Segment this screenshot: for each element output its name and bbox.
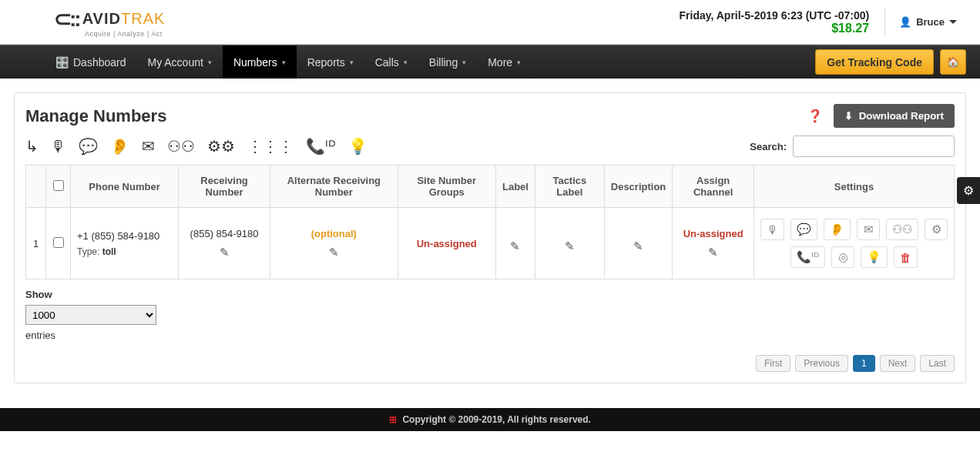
ear-whisper-icon[interactable]: 👂 — [110, 137, 129, 156]
datetime-block: Friday, April-5-2019 6:23 (UTC -07:00) $… — [680, 9, 870, 35]
nav-more[interactable]: More▾ — [477, 45, 532, 79]
cell-phone-number: +1 (855) 584-9180 Type: toll — [71, 208, 179, 279]
get-tracking-code-button[interactable]: Get Tracking Code — [815, 49, 934, 75]
balance-text: $18.27 — [680, 22, 870, 35]
caret-icon: ▾ — [517, 59, 521, 66]
col-assign-channel[interactable]: Assign Channel — [673, 166, 754, 208]
voicemail-icon[interactable]: ⚇⚇ — [886, 219, 918, 240]
forward-icon[interactable]: ↳ — [25, 137, 39, 156]
col-phone-number[interactable]: Phone Number — [71, 166, 179, 208]
unassigned-text: Un-assigned — [679, 228, 747, 239]
logo[interactable]: ⊂:: AVIDTRAK Acquire | Analyze | Act — [54, 6, 165, 38]
type-value: toll — [102, 246, 116, 257]
nav-billing-label: Billing — [429, 56, 458, 69]
caret-down-icon — [949, 20, 957, 24]
download-icon: ⬇ — [844, 110, 853, 122]
footer: ⊞ Copyright © 2009-2019, All rights rese… — [0, 408, 980, 431]
cell-receiving-number: (855) 854-9180 ✎ — [179, 208, 270, 279]
col-rownum — [26, 166, 46, 208]
download-report-button[interactable]: ⬇ Download Report — [834, 104, 955, 128]
user-menu[interactable]: 👤 Bruce — [884, 8, 957, 36]
page-next-button[interactable]: Next — [880, 355, 916, 372]
row-checkbox[interactable] — [53, 237, 64, 248]
cell-settings: 🎙 💬 👂 ✉ ⚇⚇ ⚙ 📞ᴵᴰ ◎ 💡 🗑 — [754, 208, 955, 279]
caller-id-icon[interactable]: 📞ᴵᴰ — [790, 246, 825, 268]
nav-dashboard[interactable]: 🎛️Dashboard — [45, 45, 137, 79]
caret-icon: ▾ — [462, 59, 466, 66]
dashboard-icon: 🎛️ — [55, 56, 69, 69]
nav-numbers[interactable]: Numbers▾ — [223, 45, 297, 79]
col-checkbox — [46, 166, 71, 208]
nav-billing[interactable]: Billing▾ — [418, 45, 477, 79]
delete-trash-icon[interactable]: 🗑 — [894, 246, 918, 268]
edit-icon[interactable]: ✎ — [633, 239, 643, 253]
home-icon-button[interactable]: 🏠 — [940, 49, 966, 75]
page-first-button[interactable]: First — [756, 355, 790, 372]
voicemail-icon[interactable]: ⚇⚇ — [167, 137, 195, 156]
nav-calls[interactable]: Calls▾ — [364, 45, 418, 79]
cell-assign-channel: Un-assigned ✎ — [673, 208, 754, 279]
col-settings[interactable]: Settings — [754, 166, 955, 208]
select-all-checkbox[interactable] — [53, 180, 64, 191]
user-name: Bruce — [916, 16, 945, 28]
target-icon[interactable]: ◎ — [831, 246, 854, 268]
caret-icon: ▾ — [404, 59, 408, 66]
folder-home-icon: 🏠 — [947, 56, 959, 68]
col-label[interactable]: Label — [495, 166, 535, 208]
bulb-icon[interactable]: 💡 — [861, 246, 888, 268]
logo-text-1: AVID — [82, 10, 121, 27]
entries-label: entries — [25, 330, 955, 341]
edit-icon[interactable]: ✎ — [220, 246, 230, 259]
logo-icon: ⊂:: — [54, 6, 79, 32]
ear-whisper-icon[interactable]: 👂 — [824, 219, 851, 240]
nav-my-account[interactable]: My Account▾ — [137, 45, 223, 79]
chat-icon[interactable]: 💬 — [79, 137, 98, 156]
caret-icon: ▾ — [350, 59, 354, 66]
mail-icon[interactable]: ✉ — [142, 137, 155, 156]
nav-dashboard-label: Dashboard — [73, 56, 126, 69]
gears-icon[interactable]: ⚙ — [925, 219, 948, 240]
col-site-groups[interactable]: Site Number Groups — [398, 166, 495, 208]
navbar: 🎛️Dashboard My Account▾ Numbers▾ Reports… — [0, 45, 980, 79]
caller-id-icon[interactable]: 📞ᴵᴰ — [306, 137, 336, 156]
help-icon[interactable]: ❓ — [807, 109, 823, 123]
col-description[interactable]: Description — [604, 166, 673, 208]
microphone-icon[interactable]: 🎙 — [760, 219, 784, 240]
download-label: Download Report — [859, 110, 944, 122]
footer-text: Copyright © 2009-2019, All rights reserv… — [402, 414, 591, 425]
top-bar: ⊂:: AVIDTRAK Acquire | Analyze | Act Fri… — [0, 0, 980, 45]
col-alt-receiving[interactable]: Alternate Receiving Number — [270, 166, 398, 208]
logo-tagline: Acquire | Analyze | Act — [85, 30, 165, 38]
cell-description: ✎ — [604, 208, 673, 279]
page-last-button[interactable]: Last — [920, 355, 955, 372]
page-previous-button[interactable]: Previous — [795, 355, 848, 372]
nav-my-account-label: My Account — [148, 56, 203, 69]
edit-icon[interactable]: ✎ — [708, 246, 718, 259]
edit-icon[interactable]: ✎ — [565, 239, 575, 253]
table-row: 1 +1 (855) 584-9180 Type: toll (855) 854… — [26, 208, 955, 279]
optional-text: (optional) — [277, 228, 391, 239]
phone-number-text: +1 (855) 584-9180 — [77, 230, 172, 242]
mail-icon[interactable]: ✉ — [857, 219, 880, 240]
edit-icon[interactable]: ✎ — [329, 246, 339, 259]
page-title: Manage Numbers — [25, 106, 166, 126]
nav-reports[interactable]: Reports▾ — [297, 45, 364, 79]
dialpad-icon[interactable]: ⋮⋮⋮ — [247, 137, 294, 156]
search-input[interactable] — [793, 135, 955, 157]
col-receiving-number[interactable]: Receiving Number — [179, 166, 270, 208]
entries-select[interactable]: 1000 — [25, 305, 156, 325]
grid-icon: ⊞ — [389, 414, 397, 425]
receiving-number-text: (855) 854-9180 — [185, 228, 263, 239]
page-1-button[interactable]: 1 — [853, 355, 875, 372]
col-tactics-label[interactable]: Tactics Label — [535, 166, 604, 208]
edit-icon[interactable]: ✎ — [510, 239, 520, 253]
user-icon: 👤 — [899, 16, 911, 28]
settings-gears-icon[interactable]: ⚙⚙ — [207, 137, 235, 156]
cell-tactics-label: ✎ — [535, 208, 604, 279]
bulb-icon[interactable]: 💡 — [348, 137, 368, 156]
microphone-icon[interactable]: 🎙 — [51, 138, 66, 156]
side-settings-button[interactable]: ⚙ — [957, 177, 980, 204]
toolbar-icons: ↳ 🎙 💬 👂 ✉ ⚇⚇ ⚙⚙ ⋮⋮⋮ 📞ᴵᴰ 💡 — [25, 137, 368, 156]
gear-icon: ⚙ — [963, 184, 974, 197]
chat-icon[interactable]: 💬 — [790, 219, 817, 240]
